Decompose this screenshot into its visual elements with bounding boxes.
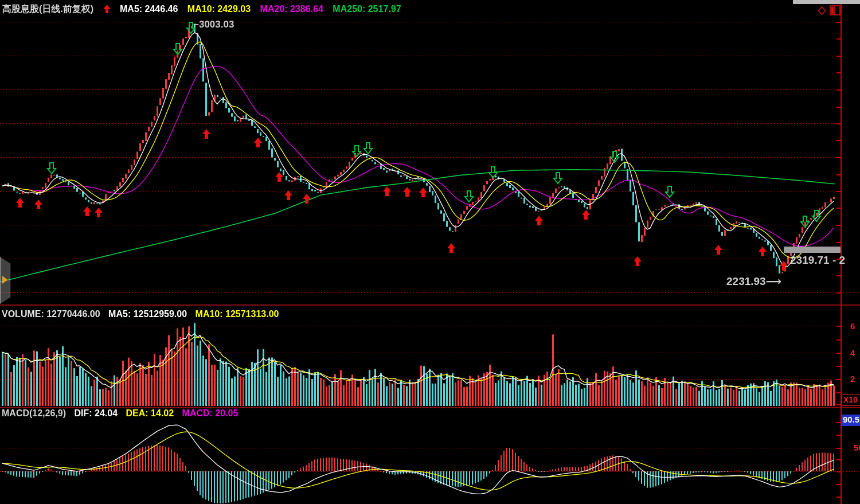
volume-pane-header: VOLUME: 12770446.00 MA5: 12512959.00 MA1… xyxy=(2,309,284,319)
diamond-icon[interactable] xyxy=(816,5,827,18)
macd-readout: MACD: 20.05 xyxy=(182,408,239,418)
arrow-right-icon: ⟶ xyxy=(766,275,781,287)
low-price-annotation: 2231.93⟶ xyxy=(726,275,781,288)
macd-axis-highlight: 90.5 xyxy=(842,415,860,426)
volume-ma5-readout: MA5: 12512959.00 xyxy=(108,309,187,319)
ma20-readout: MA20: 2386.64 xyxy=(260,4,323,14)
instrument-title: 高股息股(日线.前复权) xyxy=(2,4,93,14)
ma250-readout: MA250: 2517.97 xyxy=(333,4,401,14)
volume-axis-label-4: 4 xyxy=(850,348,855,358)
macd-pane-header: MACD(12,26,9) DIF: 24.04 DEA: 14.02 MACD… xyxy=(2,408,244,419)
peak-price-annotation: ~3003.03 xyxy=(193,19,234,30)
macd-axis-label-50: 50 xyxy=(854,443,860,452)
last-price-tag-label: 2319.71 - 2 xyxy=(790,254,845,267)
last-price-tag-bar xyxy=(784,247,841,253)
red-up-arrow-icon xyxy=(103,5,111,15)
window-top-edge xyxy=(793,0,860,4)
split-window-icon[interactable] xyxy=(830,5,841,18)
volume-unit-label: X10 xyxy=(842,394,860,406)
sidebar-flyout-handle[interactable] xyxy=(0,257,10,304)
flyout-triangle-icon xyxy=(2,276,7,284)
dif-readout: DIF: 24.04 xyxy=(74,408,118,418)
volume-ma10-readout: MA10: 12571313.00 xyxy=(196,309,279,319)
ma5-readout: MA5: 2446.46 xyxy=(120,4,178,14)
macd-title: MACD(12,26,9) xyxy=(2,408,66,418)
ma10-readout: MA10: 2429.03 xyxy=(187,4,251,14)
chart-window: 高股息股(日线.前复权) MA5: 2446.46 MA10: 2429.03 … xyxy=(0,0,860,504)
chart-canvas[interactable] xyxy=(0,0,860,504)
main-chart-header: 高股息股(日线.前复权) MA5: 2446.46 MA10: 2429.03 … xyxy=(2,3,408,15)
volume-axis-label-2: 2 xyxy=(850,374,855,384)
low-price-text: 2231.93 xyxy=(726,275,766,287)
volume-readout: VOLUME: 12770446.00 xyxy=(2,309,100,319)
volume-axis-label-6: 6 xyxy=(850,321,855,331)
dea-readout: DEA: 14.02 xyxy=(126,408,174,418)
